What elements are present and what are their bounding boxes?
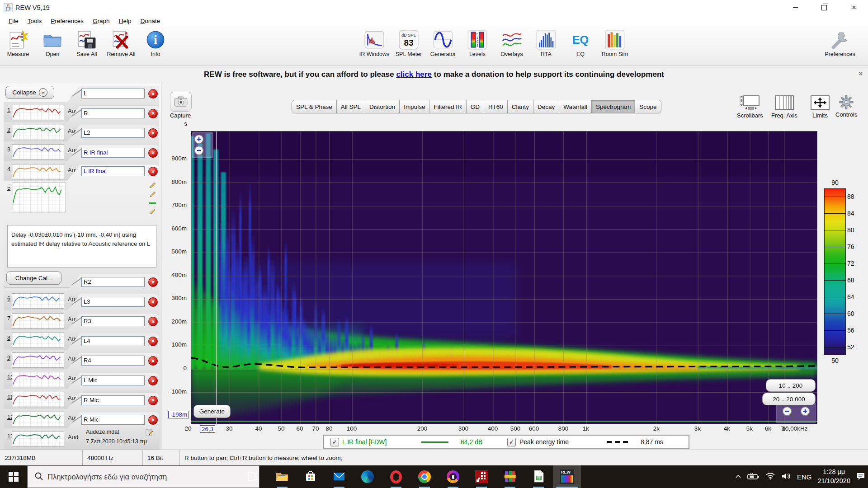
menu-graph[interactable]: Graph [89,17,114,25]
measurement-name-field[interactable]: R IR final [81,148,145,158]
zoom-panel-top-left[interactable] [192,132,213,158]
collapse-sidebar-button[interactable]: Collapse « [5,86,54,99]
measurement-name-field[interactable]: L2 [81,128,145,138]
measurement-name-field[interactable]: L [81,89,145,99]
speaker-icon[interactable] [781,473,791,481]
remove-measurement-button[interactable]: × [148,128,158,138]
photo-pencil-icon[interactable] [149,182,157,189]
tab-gd[interactable]: GD [467,100,484,113]
peak-energy-checkbox[interactable]: ✓ [507,438,516,446]
range-button-10-200[interactable]: 10 .. 200 [766,379,816,392]
language-indicator[interactable]: ENG [797,473,812,481]
taskbar-app-red-app[interactable] [467,465,495,488]
notes-icon[interactable] [146,429,154,436]
scrollbars-button[interactable]: Scrollbars [737,95,763,119]
measurement-name-field[interactable]: L IR final [81,166,145,176]
remove-measurement-button[interactable]: × [148,376,158,385]
tab-clarity[interactable]: Clarity [508,100,533,113]
measurement-name-field[interactable]: R [81,108,145,118]
restore-button[interactable] [814,0,835,15]
taskbar-app-store[interactable] [297,465,325,488]
zoom-panel-bottom-right[interactable] [776,403,816,423]
measurement-name-field[interactable]: R Mic [81,415,145,425]
tab-scope[interactable]: Scope [635,100,660,113]
menu-help[interactable]: Help [115,17,136,25]
capture-button[interactable] [170,92,192,112]
taskbar-app-file-explorer[interactable] [268,465,296,488]
measurement-thumbnail[interactable] [12,105,64,120]
overlays-button[interactable]: Overlays [495,29,528,57]
taskbar-search-input[interactable] [27,465,259,488]
measurement-name-field[interactable]: R4 [81,356,145,366]
taskbar-app-openoffice[interactable] [524,465,552,488]
controls-button[interactable]: Controls [835,95,857,118]
measurement-name-field[interactable]: L3 [81,297,145,307]
measurement-name-field[interactable]: R2 [81,277,145,287]
wifi-icon[interactable] [765,472,775,481]
remove-measurement-button[interactable]: × [148,89,158,99]
range-button-20-20000[interactable]: 20 .. 20.000 [762,393,816,405]
y-axis-tick[interactable]: -198m [168,411,189,418]
measurement-thumbnail[interactable] [12,333,64,348]
battery-icon[interactable] [747,473,760,481]
pencil-icon[interactable] [149,191,157,198]
measurement-thumbnail[interactable] [12,183,66,212]
remove-measurement-button[interactable]: × [148,337,158,346]
open-button[interactable]: Open [36,29,69,57]
eq-button[interactable]: EQEQ [564,29,597,57]
taskbar-app-mail[interactable] [325,465,353,488]
spectrogram-plot[interactable] [191,131,817,424]
tab-decay[interactable]: Decay [533,100,559,113]
measurement-thumbnail[interactable] [12,431,64,446]
donation-link[interactable]: click here [396,70,431,79]
room-sim-button[interactable]: Room Sim [599,29,631,57]
notes-icon[interactable] [149,208,157,215]
menu-donate[interactable]: Donate [136,17,164,25]
menu-preferences[interactable]: Preferences [47,17,88,25]
start-button[interactable] [0,465,27,488]
preferences-button[interactable]: Preferences [824,29,856,57]
close-button[interactable]: × [844,0,864,15]
measurement-name-field[interactable]: R Mic [81,395,145,405]
measure-button[interactable]: Measure [2,29,34,57]
tab-spl-phase[interactable]: SPL & Phase [292,100,337,113]
tray-chevron-icon[interactable] [735,474,741,480]
measurement-thumbnail[interactable] [12,164,64,179]
measurement-name-field[interactable]: L Mic [81,375,145,385]
tab-waterfall[interactable]: Waterfall [559,100,592,113]
remove-measurement-button[interactable]: × [148,317,158,326]
menu-tools[interactable]: Tools [24,17,46,25]
trace-checkbox[interactable]: ✓ [330,438,339,446]
taskbar-app-winrar[interactable] [496,465,524,488]
change-cal-button[interactable]: Change Cal... [6,271,61,285]
taskbar-app-edge[interactable] [354,465,382,488]
measurement-thumbnail[interactable] [12,144,64,160]
measurement-name-field[interactable]: R3 [81,316,145,326]
minimize-button[interactable] [785,0,806,15]
remove-measurement-button[interactable]: × [148,297,158,307]
generator-button[interactable]: Generator [427,29,459,57]
notification-center-icon[interactable] [856,472,865,482]
spl-meter-button[interactable]: dB SPL83SPL Meter [392,29,425,57]
tab-rt60[interactable]: RT60 [484,100,508,113]
taskbar-app-rew[interactable]: REW [553,465,581,488]
remove-measurement-button[interactable]: × [148,277,158,287]
info-button[interactable]: iInfo [139,29,172,57]
remove-measurement-button[interactable]: × [148,356,158,366]
remove-all-button[interactable]: Remove All [105,29,137,57]
measurement-thumbnail[interactable] [12,372,64,387]
taskbar-app-opera[interactable] [382,465,410,488]
remove-measurement-button[interactable]: × [148,148,158,158]
measurement-name-field[interactable]: L4 [81,336,145,346]
tab-all-spl[interactable]: All SPL [337,100,365,113]
taskbar-app-chrome[interactable] [410,465,439,488]
measurement-thumbnail[interactable] [12,313,64,328]
generate-button[interactable]: Generate [193,405,231,418]
tab-filtered-ir[interactable]: Filtered IR [429,100,466,113]
ir-windows-button[interactable]: IR Windows [358,29,391,57]
tab-spectrogram[interactable]: Spectrogram [592,100,635,113]
menu-file[interactable]: File [5,17,23,25]
levels-button[interactable]: 0369Levels [461,29,494,57]
trace-color-icon[interactable] [149,200,157,207]
measurement-thumbnail[interactable] [12,125,64,140]
